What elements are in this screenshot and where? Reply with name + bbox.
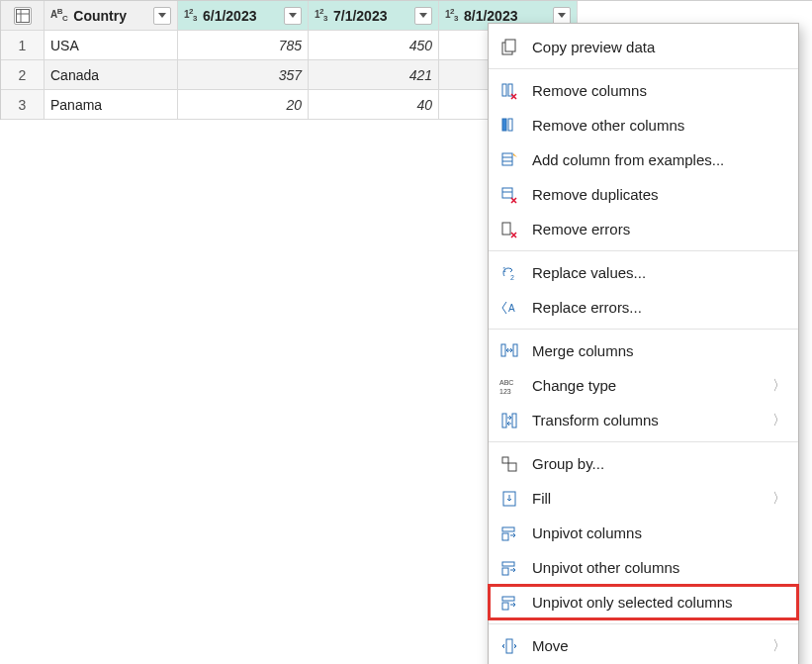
- chevron-right-icon: 〉: [772, 490, 786, 508]
- menu-label: Replace errors...: [532, 299, 642, 316]
- menu-label: Unpivot other columns: [532, 559, 679, 576]
- row-number[interactable]: 2: [1, 60, 45, 90]
- column-name: 6/1/2023: [203, 8, 257, 24]
- menu-item-group-by[interactable]: Group by...: [489, 446, 798, 481]
- column-header-country[interactable]: ABC Country: [45, 1, 178, 31]
- remove-errors-icon: [498, 219, 520, 240]
- menu-item-unpivot-other-columns[interactable]: Unpivot other columns: [489, 550, 798, 585]
- row-number[interactable]: 1: [1, 31, 45, 60]
- cell-value[interactable]: 785: [178, 31, 309, 60]
- cell-country[interactable]: USA: [45, 31, 178, 60]
- grid-corner[interactable]: [1, 1, 45, 31]
- menu-item-remove-errors[interactable]: Remove errors: [489, 212, 798, 246]
- cell-value[interactable]: 20: [178, 90, 309, 120]
- svg-rect-10: [502, 188, 512, 198]
- menu-label: Remove other columns: [532, 117, 684, 134]
- menu-item-change-type[interactable]: ABC123 Change type 〉: [489, 368, 798, 403]
- svg-rect-30: [506, 639, 512, 653]
- column-filter-button[interactable]: [153, 7, 171, 25]
- svg-rect-22: [508, 463, 516, 471]
- column-filter-button[interactable]: [284, 7, 302, 25]
- unpivot-icon: [498, 522, 520, 544]
- svg-rect-5: [502, 84, 506, 96]
- menu-label: Remove errors: [532, 221, 630, 237]
- svg-rect-29: [502, 603, 508, 610]
- chevron-right-icon: 〉: [772, 377, 786, 395]
- remove-other-columns-icon: [498, 115, 520, 137]
- type-number-icon: 123: [315, 7, 327, 23]
- svg-rect-20: [512, 414, 516, 427]
- svg-text:123: 123: [499, 388, 511, 395]
- menu-label: Remove columns: [532, 82, 647, 99]
- copy-icon: [498, 37, 520, 58]
- menu-label: Transform columns: [532, 412, 659, 428]
- svg-text:2: 2: [510, 274, 514, 281]
- svg-rect-8: [508, 119, 512, 131]
- chevron-down-icon: [558, 13, 566, 19]
- cell-value[interactable]: 357: [178, 60, 309, 90]
- svg-rect-19: [502, 414, 506, 427]
- replace-values-icon: 12: [498, 262, 520, 284]
- menu-label: Replace values...: [532, 264, 646, 281]
- svg-rect-27: [502, 568, 508, 575]
- menu-label: Move: [532, 637, 569, 654]
- svg-rect-15: [501, 344, 505, 356]
- move-icon: [498, 635, 520, 657]
- menu-item-fill[interactable]: Fill 〉: [489, 481, 798, 516]
- menu-label: Remove duplicates: [532, 186, 659, 203]
- column-header-date-1[interactable]: 123 6/1/2023: [178, 1, 309, 31]
- svg-rect-16: [513, 344, 517, 356]
- cell-value[interactable]: 40: [309, 90, 439, 120]
- menu-separator: [489, 623, 798, 624]
- svg-text:ABC: ABC: [499, 379, 513, 386]
- merge-columns-icon: [498, 340, 520, 362]
- svg-rect-11: [502, 223, 510, 235]
- type-text-icon: ABC: [50, 7, 67, 23]
- menu-item-remove-columns[interactable]: Remove columns: [489, 73, 798, 108]
- menu-item-unpivot-only-selected[interactable]: Unpivot only selected columns: [489, 585, 798, 619]
- menu-item-merge-columns[interactable]: Merge columns: [489, 333, 798, 368]
- cell-country[interactable]: Panama: [45, 90, 178, 120]
- type-number-icon: 123: [445, 7, 458, 23]
- chevron-right-icon: 〉: [772, 412, 786, 429]
- column-filter-button[interactable]: [553, 7, 571, 25]
- svg-rect-7: [502, 119, 506, 131]
- menu-item-remove-duplicates[interactable]: Remove duplicates: [489, 177, 798, 212]
- menu-label: Copy preview data: [532, 39, 655, 55]
- menu-item-remove-other-columns[interactable]: Remove other columns: [489, 108, 798, 142]
- svg-rect-4: [505, 40, 515, 51]
- menu-item-replace-errors[interactable]: A Replace errors...: [489, 290, 798, 325]
- menu-label: Group by...: [532, 455, 604, 472]
- svg-rect-9: [502, 153, 512, 165]
- replace-errors-icon: A: [498, 297, 520, 319]
- svg-rect-26: [502, 562, 514, 566]
- menu-item-transform-columns[interactable]: Transform columns 〉: [489, 403, 798, 437]
- chevron-right-icon: 〉: [772, 637, 786, 655]
- column-filter-button[interactable]: [414, 7, 432, 25]
- menu-item-copy-preview[interactable]: Copy preview data: [489, 30, 798, 64]
- remove-columns-icon: [498, 80, 520, 102]
- row-number[interactable]: 3: [1, 90, 45, 120]
- column-header-date-2[interactable]: 123 7/1/2023: [309, 1, 439, 31]
- menu-item-replace-values[interactable]: 12 Replace values...: [489, 255, 798, 290]
- menu-label: Merge columns: [532, 342, 634, 359]
- remove-duplicates-icon: [498, 184, 520, 206]
- unpivot-other-icon: [498, 557, 520, 579]
- svg-rect-28: [502, 597, 514, 601]
- cell-country[interactable]: Canada: [45, 60, 178, 90]
- menu-item-add-column-from-examples[interactable]: Add column from examples...: [489, 142, 798, 177]
- chevron-down-icon: [289, 13, 297, 19]
- fill-icon: [498, 488, 520, 510]
- chevron-down-icon: [158, 13, 166, 19]
- context-menu: Copy preview data Remove columns Remove …: [488, 23, 799, 664]
- menu-item-unpivot-columns[interactable]: Unpivot columns: [489, 516, 798, 550]
- menu-label: Unpivot only selected columns: [532, 594, 733, 611]
- menu-item-move[interactable]: Move 〉: [489, 628, 798, 663]
- svg-rect-0: [16, 9, 29, 22]
- menu-separator: [489, 441, 798, 442]
- cell-value[interactable]: 421: [309, 60, 439, 90]
- table-icon: [14, 7, 32, 25]
- svg-rect-21: [502, 457, 508, 463]
- svg-text:A: A: [508, 303, 515, 314]
- cell-value[interactable]: 450: [309, 31, 439, 60]
